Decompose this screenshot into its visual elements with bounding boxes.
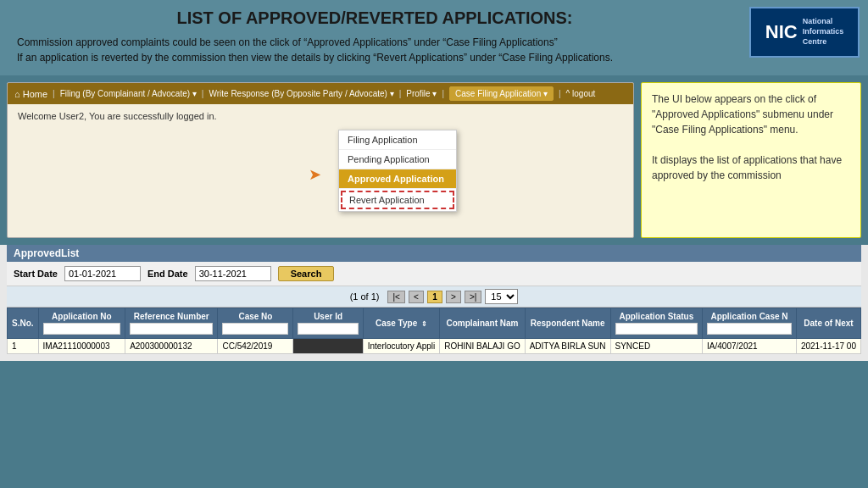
approved-list-table: S.No. Application No Reference Number Ca… bbox=[7, 308, 861, 354]
dropdown-revert[interactable]: Revert Application bbox=[341, 191, 454, 209]
col-respondent: Respondent Name bbox=[525, 308, 610, 339]
dropdown-menu: Filing Application Pending Application A… bbox=[338, 130, 457, 212]
filter-user-id[interactable] bbox=[298, 323, 358, 335]
nav-case-filing[interactable]: Case Filing Application ▾ bbox=[449, 86, 554, 101]
pagination-row: (1 of 1) |< < 1 > >| 15 25 50 bbox=[7, 286, 861, 308]
dropdown-pending[interactable]: Pending Application bbox=[339, 150, 456, 169]
cell-date-next: 2021-11-17 00 bbox=[796, 339, 860, 354]
filter-app-case[interactable] bbox=[707, 323, 792, 335]
filter-ref-no[interactable] bbox=[130, 323, 213, 335]
cell-case-type: Interlocutory Appli bbox=[363, 339, 440, 354]
start-date-input[interactable] bbox=[64, 266, 141, 281]
last-page-btn[interactable]: >| bbox=[465, 291, 481, 303]
cell-status: SYNCED bbox=[610, 339, 703, 354]
welcome-message: Welcome User2, You are successfully logg… bbox=[18, 111, 623, 121]
cell-respondent: ADITYA BIRLA SUN bbox=[525, 339, 610, 354]
prev-page-btn[interactable]: < bbox=[409, 291, 424, 303]
start-date-label: Start Date bbox=[14, 269, 58, 279]
page-title: LIST OF APPROVED/REVERTED APPLICATIONS: bbox=[17, 8, 851, 28]
cell-user-id bbox=[293, 339, 363, 354]
end-date-input[interactable] bbox=[195, 266, 271, 281]
cell-sno: 1 bbox=[8, 339, 39, 354]
arrow-indicator: ➤ bbox=[309, 165, 321, 184]
table-row: 1 IMA21110000003 A200300000132 CC/542/20… bbox=[8, 339, 861, 354]
top-section: NIC National Informatics Centre LIST OF … bbox=[0, 0, 868, 75]
per-page-select[interactable]: 15 25 50 bbox=[485, 289, 518, 304]
cell-app-case: IA/4007/2021 bbox=[703, 339, 797, 354]
col-app-no: Application No bbox=[38, 308, 125, 339]
end-date-label: End Date bbox=[147, 269, 188, 279]
middle-section: ⌂ Home | Filing (By Complainant / Advoca… bbox=[0, 75, 868, 245]
col-user-id: User Id bbox=[293, 308, 363, 339]
nic-logo: NIC National Informatics Centre bbox=[749, 7, 860, 58]
col-case-type: Case Type ⇕ bbox=[363, 308, 440, 339]
filter-case-no[interactable] bbox=[222, 323, 288, 335]
cell-complainant: ROHINI BALAJI GO bbox=[440, 339, 525, 354]
col-ref-no: Reference Number bbox=[125, 308, 218, 339]
filter-status[interactable] bbox=[615, 323, 698, 335]
nav-write-response[interactable]: Write Response (By Opposite Party / Advo… bbox=[209, 89, 393, 98]
col-app-case: Application Case N bbox=[703, 308, 797, 339]
nic-text: National Informatics Centre bbox=[803, 17, 844, 47]
col-sno: S.No. bbox=[8, 308, 39, 339]
col-case-no: Case No bbox=[218, 308, 293, 339]
col-complainant: Complainant Nam bbox=[440, 308, 525, 339]
dropdown-filing[interactable]: Filing Application bbox=[339, 130, 456, 150]
app-panel: ⌂ Home | Filing (By Complainant / Advoca… bbox=[7, 82, 634, 238]
cell-app-no: IMA21110000003 bbox=[38, 339, 125, 354]
search-button[interactable]: Search bbox=[278, 266, 335, 281]
next-page-btn[interactable]: > bbox=[446, 291, 461, 303]
col-status: Application Status bbox=[610, 308, 703, 339]
cell-case-no: CC/542/2019 bbox=[218, 339, 293, 354]
filter-row: Start Date End Date Search bbox=[7, 262, 861, 286]
cell-ref-no: A200300000132 bbox=[125, 339, 218, 354]
app-nav: ⌂ Home | Filing (By Complainant / Advoca… bbox=[8, 83, 633, 104]
current-page-btn[interactable]: 1 bbox=[427, 291, 442, 303]
nav-filing[interactable]: Filing (By Complainant / Advocate) ▾ bbox=[60, 89, 197, 98]
info-box: The UI below appears on the click of "Ap… bbox=[641, 82, 861, 238]
nic-letters: NIC bbox=[765, 23, 798, 42]
col-date-next: Date of Next bbox=[796, 308, 860, 339]
nav-home[interactable]: ⌂ Home bbox=[14, 89, 47, 99]
approved-list-header: ApprovedList bbox=[7, 245, 861, 262]
table-container: S.No. Application No Reference Number Ca… bbox=[7, 308, 861, 354]
first-page-btn[interactable]: |< bbox=[387, 291, 404, 303]
description: Commission approved complaints could be … bbox=[17, 35, 851, 65]
nav-logout[interactable]: ^ logout bbox=[566, 89, 596, 98]
pagination-info: (1 of 1) bbox=[350, 291, 380, 302]
app-body: Welcome User2, You are successfully logg… bbox=[8, 104, 633, 128]
dropdown-approved[interactable]: Approved Application bbox=[339, 169, 456, 189]
filter-app-no[interactable] bbox=[43, 323, 121, 335]
bottom-section: ApprovedList Start Date End Date Search … bbox=[0, 245, 868, 361]
nav-profile[interactable]: Profile ▾ bbox=[406, 89, 437, 98]
